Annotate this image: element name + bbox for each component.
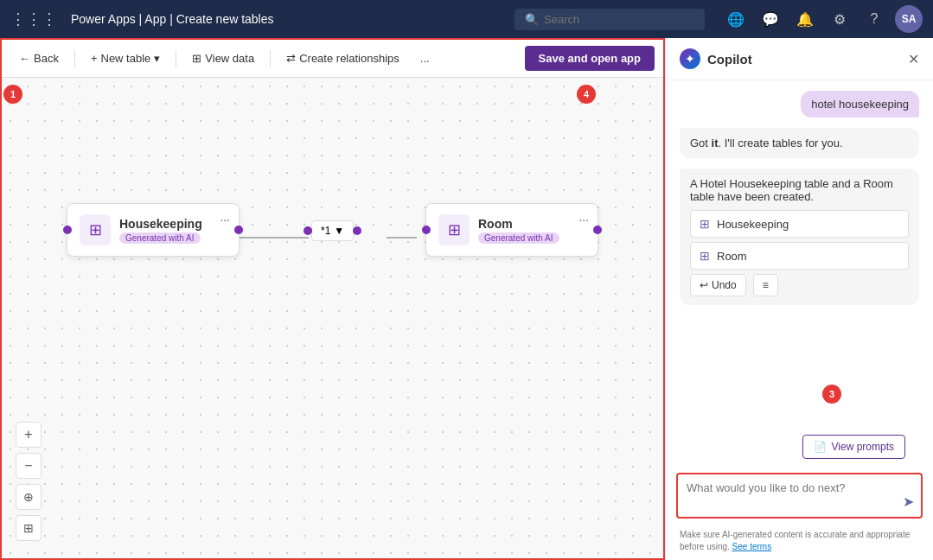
relation-label: *1 [321, 225, 330, 237]
copilot-title-area: ✦ Copilot [680, 48, 752, 69]
table-node-icon: ⊞ [438, 214, 470, 245]
environment-icon[interactable]: 🌐 [722, 5, 750, 33]
see-terms-link[interactable]: See terms [732, 542, 772, 551]
table-link-icon: ⊞ [700, 217, 710, 231]
copilot-panel: ✦ Copilot ✕ hotel housekeeping Got it. I… [665, 38, 933, 560]
chat-messages: hotel housekeeping Got it. I'll create t… [666, 80, 933, 435]
ai-msg1-pre: Got [690, 137, 712, 150]
link-icon: ⇄ [286, 52, 296, 65]
ai-msg2-text: A Hotel Housekeeping table and a Room ta… [690, 177, 909, 203]
separator [74, 50, 75, 67]
prompts-icon: 📄 [814, 441, 827, 453]
undo-icon: ↩ [700, 279, 708, 291]
create-relationships-button[interactable]: ⇄ Create relationships [278, 48, 408, 69]
plus-icon: + [91, 52, 98, 65]
action-buttons: ↩ Undo ≡ [690, 274, 909, 296]
help-icon[interactable]: ? [860, 5, 888, 33]
connection-svg [2, 78, 663, 558]
copilot-logo: ✦ [680, 48, 700, 69]
ai-message-2: A Hotel Housekeeping table and a Room ta… [680, 169, 919, 305]
housekeeping-table-node[interactable]: ⊞ Housekeeping Generated with AI ··· [67, 203, 240, 257]
nav-icons-group: 🌐 💬 🔔 ⚙ ? SA [722, 5, 923, 33]
navigate-button[interactable]: ⊕ [16, 484, 42, 510]
send-button[interactable]: ➤ [903, 493, 914, 510]
badge-3: 3 [822, 385, 841, 404]
node-header: ⊞ Housekeeping Generated with AI [80, 214, 227, 245]
rel-left-dot [304, 226, 312, 235]
ai-message-1: Got it. I'll create tables for you. [680, 128, 919, 158]
zoom-in-button[interactable]: + [16, 422, 42, 448]
search-icon: 🔍 [525, 13, 539, 26]
relation-expand-icon: ▼ [334, 225, 344, 237]
search-box[interactable]: 🔍 [514, 9, 705, 30]
rel-right-dot [353, 226, 361, 235]
chevron-down-icon: ▾ [154, 52, 160, 65]
toolbar: ← Back + New table ▾ ⊞ View data ⇄ Creat… [2, 40, 663, 78]
canvas-grid[interactable]: ⊞ Housekeeping Generated with AI ··· *1 … [2, 78, 663, 558]
navigate-icon: ⊕ [23, 490, 34, 504]
node-menu[interactable]: ··· [220, 213, 230, 226]
filter-button[interactable]: ≡ [753, 274, 778, 296]
avatar[interactable]: SA [895, 5, 923, 33]
copilot-title: Copilot [707, 52, 752, 67]
node-header: ⊞ Room Generated with AI [438, 214, 585, 245]
table-node-icon: ⊞ [80, 214, 111, 245]
table-link-icon2: ⊞ [700, 249, 710, 263]
room-link[interactable]: ⊞ Room [690, 242, 909, 270]
disclaimer: Make sure AI-generated content is accura… [666, 525, 933, 560]
map-button[interactable]: ⊞ [16, 515, 42, 541]
main-layout: ← Back + New table ▾ ⊞ View data ⇄ Creat… [0, 38, 933, 560]
save-open-app-button[interactable]: Save and open app [525, 46, 655, 71]
relation-connector[interactable]: *1 ▼ [311, 220, 354, 241]
zoom-controls: + − ⊕ ⊞ [16, 422, 42, 541]
right-dot [234, 226, 243, 234]
settings-icon[interactable]: ⚙ [826, 5, 853, 33]
user-message: hotel housekeeping [801, 91, 919, 118]
back-button[interactable]: ← Back [10, 48, 67, 69]
badge-1: 1 [3, 85, 22, 104]
canvas-area: ← Back + New table ▾ ⊞ View data ⇄ Creat… [0, 38, 665, 560]
filter-icon: ≡ [763, 279, 769, 291]
app-title: Power Apps | App | Create new tables [71, 12, 274, 26]
right-dot [593, 226, 602, 234]
copilot-header: ✦ Copilot ✕ [666, 38, 933, 80]
back-icon: ← [19, 52, 30, 65]
more-button[interactable]: ... [412, 48, 438, 69]
grid-icon[interactable]: ⋮⋮⋮ [10, 10, 57, 29]
view-data-button[interactable]: ⊞ View data [183, 48, 263, 69]
send-icon: ➤ [903, 494, 914, 509]
notification-icon[interactable]: 🔔 [791, 5, 819, 33]
chat-icon[interactable]: 💬 [757, 5, 784, 33]
badge-4: 4 [577, 85, 596, 104]
node-title-area: Room Generated with AI [478, 217, 559, 244]
node-title-area: Housekeeping Generated with AI [119, 217, 202, 244]
left-dot [63, 226, 72, 234]
room-table-node[interactable]: ⊞ Room Generated with AI ··· [425, 203, 598, 257]
new-table-button[interactable]: + New table ▾ [82, 48, 169, 69]
zoom-out-button[interactable]: − [16, 453, 42, 479]
chat-input[interactable] [687, 481, 912, 507]
top-navbar: ⋮⋮⋮ Power Apps | App | Create new tables… [0, 0, 933, 38]
undo-button[interactable]: ↩ Undo [690, 274, 746, 296]
view-prompts-area: 3 📄 View prompts [666, 435, 933, 473]
close-button[interactable]: ✕ [908, 51, 919, 67]
ai-msg1-bold: it [712, 137, 719, 150]
table-icon: ⊞ [192, 52, 201, 65]
left-dot [422, 226, 431, 234]
map-icon: ⊞ [23, 521, 34, 535]
housekeeping-link[interactable]: ⊞ Housekeeping [690, 210, 909, 238]
separator2 [176, 50, 176, 67]
separator3 [270, 50, 271, 67]
view-prompts-button[interactable]: 📄 View prompts [802, 435, 905, 459]
node-menu2[interactable]: ··· [578, 213, 589, 226]
search-input[interactable] [544, 13, 694, 26]
chat-input-area: ➤ [676, 473, 923, 519]
ai-msg1-post: . I'll create tables for you. [719, 137, 843, 150]
